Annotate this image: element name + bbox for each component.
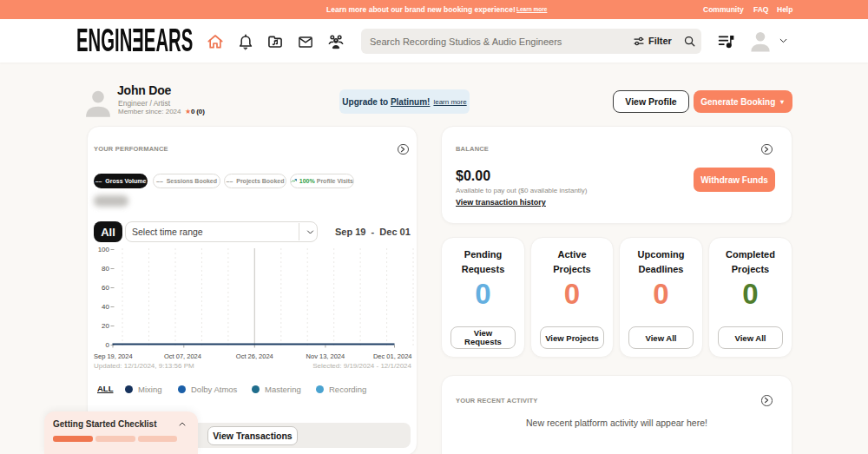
svg-text:0: 0 <box>106 341 110 349</box>
svg-text:Oct 26, 2024: Oct 26, 2024 <box>236 352 273 360</box>
svg-text:40: 40 <box>102 303 109 311</box>
svg-text:Dec 01, 2024: Dec 01, 2024 <box>373 352 412 360</box>
svg-text:Sep 19, 2024: Sep 19, 2024 <box>94 352 133 360</box>
svg-text:20: 20 <box>102 322 109 330</box>
svg-text:80: 80 <box>102 265 109 273</box>
svg-text:Oct 07, 2024: Oct 07, 2024 <box>164 352 201 360</box>
svg-text:100: 100 <box>98 246 110 253</box>
svg-text:60: 60 <box>102 284 109 292</box>
svg-text:Nov 13, 2024: Nov 13, 2024 <box>306 352 345 360</box>
